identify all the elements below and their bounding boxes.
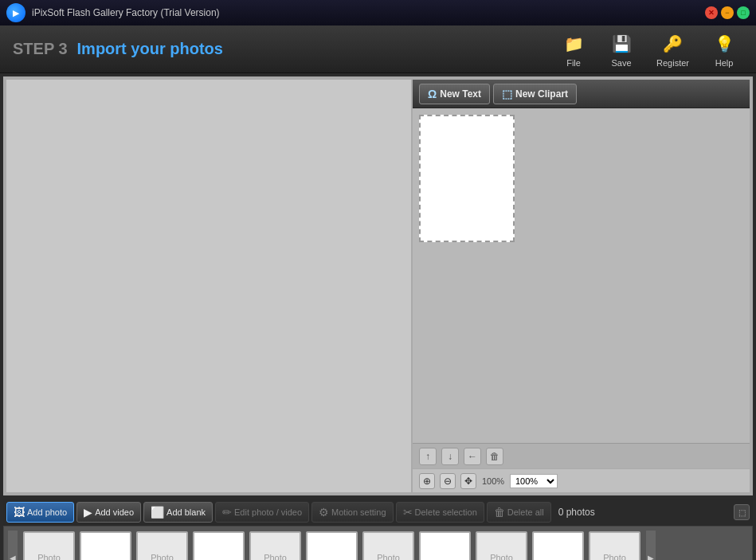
main-area: Ω New Text ⬚ New Clipart ↑ ↓ ← 🗑 <box>3 76 753 495</box>
delete-canvas-icon: 🗑 <box>490 451 499 462</box>
edit-photo-button[interactable]: ✏ Edit photo / video <box>215 502 309 523</box>
canvas-bottom-toolbar: ↑ ↓ ← 🗑 <box>413 443 750 468</box>
text-icon: Ω <box>428 88 437 100</box>
list-item[interactable]: Photo <box>589 531 640 560</box>
app-logo: ▶ <box>6 3 25 22</box>
new-text-button[interactable]: Ω New Text <box>419 84 490 104</box>
main-toolbar: STEP 3 Import your photos 📁 File 💾 Save … <box>0 25 756 73</box>
photo-strip: ◀ Photo Photo Photo Photo Photo Photo ▶ <box>3 526 753 560</box>
up-icon: ↑ <box>425 451 430 462</box>
step-title: Import your photos <box>77 40 223 58</box>
titlebar: ▶ iPixSoft Flash Gallery Factory (Trial … <box>0 0 756 25</box>
add-photo-icon: 🖼 <box>14 506 25 519</box>
list-item[interactable]: Photo <box>249 531 301 560</box>
photo-count: 0 photos <box>558 507 595 518</box>
list-item[interactable]: Photo <box>362 531 414 560</box>
list-item[interactable] <box>80 531 131 560</box>
register-button[interactable]: 🔑 Register <box>650 28 695 71</box>
zoom-bar: ⊕ ⊖ ✥ 100% 100% 25% 50% 75% 150% 200% <box>413 468 750 492</box>
right-panel: Ω New Text ⬚ New Clipart ↑ ↓ ← 🗑 <box>413 80 750 492</box>
move-down-button[interactable]: ↓ <box>441 448 459 465</box>
zoom-in-icon: ⊕ <box>423 476 431 487</box>
strip-scroll-right[interactable]: ▶ <box>645 530 656 560</box>
list-item[interactable]: Photo <box>476 531 527 560</box>
strip-scroll-left[interactable]: ◀ <box>7 530 18 560</box>
delete-all-button[interactable]: 🗑 Delete all <box>487 502 551 523</box>
corner-expand-button[interactable]: ⬚ <box>734 504 750 520</box>
save-icon: 💾 <box>612 34 632 53</box>
add-blank-button[interactable]: ⬜ Add blank <box>143 502 213 523</box>
motion-setting-button[interactable]: ⚙ Motion setting <box>311 502 393 523</box>
list-item[interactable]: Photo <box>136 531 188 560</box>
maximize-button[interactable]: □ <box>737 6 750 19</box>
new-clipart-button[interactable]: ⬚ New Clipart <box>493 84 577 104</box>
app-title: iPixSoft Flash Gallery Factory (Trial Ve… <box>32 7 220 18</box>
add-photo-button[interactable]: 🖼 Add photo <box>6 502 74 523</box>
zoom-out-button[interactable]: ⊖ <box>440 473 456 489</box>
pan-icon: ✥ <box>464 476 472 487</box>
list-item[interactable]: Photo <box>23 531 75 560</box>
edit-photo-icon: ✏ <box>222 506 232 519</box>
zoom-out-icon: ⊖ <box>444 476 452 487</box>
delete-selection-icon: ✂ <box>403 506 413 519</box>
move-up-button[interactable]: ↑ <box>419 448 437 465</box>
folder-icon: 📁 <box>564 34 584 53</box>
step-label: STEP 3 <box>13 40 68 58</box>
list-item[interactable] <box>532 531 584 560</box>
minimize-button[interactable]: − <box>721 6 734 19</box>
window-controls: ✕ − □ <box>705 6 750 19</box>
text-clipart-bar: Ω New Text ⬚ New Clipart <box>413 80 750 108</box>
down-icon: ↓ <box>448 451 452 462</box>
canvas-content <box>419 115 515 242</box>
add-video-icon: ▶ <box>84 506 92 519</box>
list-item[interactable] <box>306 531 358 560</box>
close-button[interactable]: ✕ <box>705 6 718 19</box>
zoom-in-button[interactable]: ⊕ <box>419 473 435 489</box>
delete-all-icon: 🗑 <box>494 506 505 519</box>
list-item[interactable] <box>193 531 245 560</box>
add-video-button[interactable]: ▶ Add video <box>76 502 141 523</box>
help-button[interactable]: 💡 Help <box>705 28 743 71</box>
file-button[interactable]: 📁 File <box>554 28 593 71</box>
list-item[interactable] <box>419 531 471 560</box>
left-icon: ← <box>468 451 477 462</box>
zoom-percent-label: 100% <box>481 476 505 486</box>
motion-icon: ⚙ <box>319 506 329 519</box>
add-blank-icon: ⬜ <box>151 506 164 519</box>
pan-button[interactable]: ✥ <box>460 473 476 489</box>
delete-selection-button[interactable]: ✂ Delete selection <box>396 502 484 523</box>
photo-toolbar: 🖼 Add photo ▶ Add video ⬜ Add blank ✏ Ed… <box>3 499 753 526</box>
left-preview <box>6 80 413 492</box>
move-left-button[interactable]: ← <box>464 448 481 465</box>
help-icon: 💡 <box>715 34 734 53</box>
save-button[interactable]: 💾 Save <box>602 28 640 71</box>
clipart-icon: ⬚ <box>502 88 512 100</box>
delete-canvas-item-button[interactable]: 🗑 <box>486 448 503 465</box>
zoom-select[interactable]: 100% 25% 50% 75% 150% 200% <box>510 474 558 488</box>
canvas-area[interactable] <box>413 108 750 443</box>
register-icon: 🔑 <box>663 34 683 53</box>
